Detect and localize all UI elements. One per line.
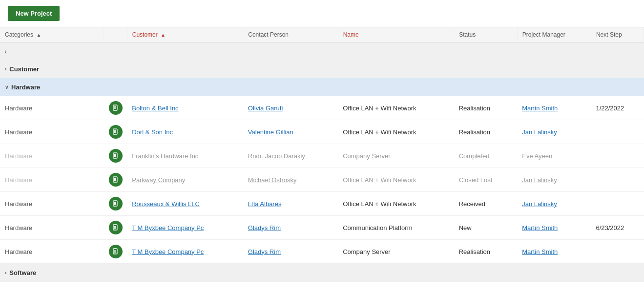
collapsed1-chevron-icon[interactable]: ›	[5, 49, 6, 54]
col-header-nextstep[interactable]: Next Step	[591, 27, 644, 42]
cell-customer[interactable]: T M Byxbee Company Pc	[127, 240, 243, 264]
cell-category: Hardware	[0, 120, 104, 144]
table-header-row: Categories ▲ Customer ▲ Contact Person N…	[0, 27, 644, 42]
cell-category: Hardware	[0, 192, 104, 216]
cell-status: Closed Lost	[454, 168, 518, 192]
doc-icon	[109, 125, 123, 139]
cell-category: Hardware	[0, 96, 104, 120]
customer-chevron-icon: ›	[5, 66, 6, 72]
cell-icon	[104, 168, 127, 192]
cell-manager[interactable]: Martin Smith	[517, 216, 591, 240]
cell-category: Hardware	[0, 144, 104, 168]
main-table: Categories ▲ Customer ▲ Contact Person N…	[0, 27, 644, 282]
group-label-hardware: ∨Hardware	[0, 78, 644, 96]
cell-name: Company Server	[338, 240, 454, 264]
col-header-manager[interactable]: Project Manager	[517, 27, 591, 42]
table-row: HardwareFranklin's Hardware IncRndr. Jac…	[0, 144, 644, 168]
cell-contact[interactable]: Michael Ostrosky	[243, 168, 338, 192]
top-bar: New Project	[0, 0, 644, 27]
cell-icon	[104, 240, 127, 264]
table-row: HardwareParkway CompanyMichael OstroskyO…	[0, 168, 644, 192]
cell-name: Office LAN + Wifi Network	[338, 120, 454, 144]
group-label-text-customer: Customer	[9, 65, 39, 73]
cell-customer[interactable]: Bolton & Bell Inc	[127, 96, 243, 120]
table-body: ››Customer∨HardwareHardwareBolton & Bell…	[0, 42, 644, 282]
cell-name: Company Server	[338, 144, 454, 168]
group-label-customer: ›Customer	[0, 60, 644, 78]
cell-icon	[104, 120, 127, 144]
cell-contact[interactable]: Gladys Rim	[243, 216, 338, 240]
doc-icon	[109, 173, 123, 187]
col-header-customer[interactable]: Customer ▲	[127, 27, 243, 42]
group-row-customer[interactable]: ›Customer	[0, 60, 644, 78]
cell-name: Office LAN + Wifi Network	[338, 192, 454, 216]
cell-customer[interactable]: Rousseaux & Willis LLC	[127, 192, 243, 216]
cell-customer[interactable]: T M Byxbee Company Pc	[127, 216, 243, 240]
cell-status: Completed	[454, 144, 518, 168]
cell-category: Hardware	[0, 240, 104, 264]
doc-icon	[109, 101, 123, 115]
software-chevron-icon: ›	[5, 270, 6, 275]
group-row-software[interactable]: ›Software	[0, 264, 644, 282]
cell-icon	[104, 96, 127, 120]
table-row: HardwareT M Byxbee Company PcGladys RimC…	[0, 240, 644, 264]
doc-icon	[109, 245, 123, 258]
cell-customer[interactable]: Parkway Company	[127, 168, 243, 192]
cell-customer[interactable]: Dorl & Son Inc	[127, 120, 243, 144]
cell-status: New	[454, 216, 518, 240]
group-label-collapsed1: ›	[0, 42, 644, 60]
cell-status: Realisation	[454, 120, 518, 144]
cell-name: Office LAN + Wifi Network	[338, 96, 454, 120]
col-header-icon	[104, 27, 127, 42]
cell-icon	[104, 216, 127, 240]
cell-nextstep	[591, 144, 644, 168]
cell-name: Communication Platform	[338, 216, 454, 240]
cell-nextstep	[591, 120, 644, 144]
cell-contact[interactable]: Valentine Gillian	[243, 120, 338, 144]
cell-nextstep	[591, 192, 644, 216]
new-project-button[interactable]: New Project	[8, 6, 60, 21]
customer-sort-arrow: ▲	[161, 32, 166, 38]
doc-icon	[109, 221, 123, 234]
cell-contact[interactable]: Rndr. Jacob Darakiy	[243, 144, 338, 168]
cell-manager[interactable]: Jan Lalinsky	[517, 168, 591, 192]
doc-icon	[109, 197, 123, 211]
cell-category: Hardware	[0, 216, 104, 240]
col-header-categories[interactable]: Categories ▲	[0, 27, 104, 42]
group-row-collapsed1[interactable]: ›	[0, 42, 644, 60]
hardware-chevron-icon: ∨	[5, 84, 8, 90]
cell-manager[interactable]: Eve Ayeen	[517, 144, 591, 168]
group-label-text-hardware: Hardware	[11, 84, 40, 91]
cell-nextstep: 1/22/2022	[591, 96, 644, 120]
cell-status: Received	[454, 192, 518, 216]
cell-icon	[104, 144, 127, 168]
cell-icon	[104, 192, 127, 216]
cell-status: Realisation	[454, 96, 518, 120]
cell-nextstep	[591, 168, 644, 192]
col-header-name[interactable]: Name	[338, 27, 454, 42]
cell-contact[interactable]: Olivia Garufi	[243, 96, 338, 120]
cell-manager[interactable]: Martin Smith	[517, 240, 591, 264]
group-label-text-software: Software	[9, 269, 36, 276]
cell-nextstep: 6/23/2022	[591, 216, 644, 240]
cell-nextstep	[591, 240, 644, 264]
cell-contact[interactable]: Gladys Rim	[243, 240, 338, 264]
table-row: HardwareT M Byxbee Company PcGladys RimC…	[0, 216, 644, 240]
doc-icon	[109, 149, 123, 163]
cell-contact[interactable]: Ella Albares	[243, 192, 338, 216]
cell-category: Hardware	[0, 168, 104, 192]
group-label-software: ›Software	[0, 264, 644, 282]
categories-sort-arrow: ▲	[36, 32, 41, 38]
table-row: HardwareDorl & Son IncValentine GillianO…	[0, 120, 644, 144]
cell-status: Realisation	[454, 240, 518, 264]
cell-manager[interactable]: Martin Smith	[517, 96, 591, 120]
table-row: HardwareBolton & Bell IncOlivia GarufiOf…	[0, 96, 644, 120]
cell-customer[interactable]: Franklin's Hardware Inc	[127, 144, 243, 168]
group-row-hardware[interactable]: ∨Hardware	[0, 78, 644, 96]
cell-manager[interactable]: Jan Lalinsky	[517, 192, 591, 216]
col-header-contact[interactable]: Contact Person	[243, 27, 338, 42]
table-row: HardwareRousseaux & Willis LLCElla Albar…	[0, 192, 644, 216]
col-header-status[interactable]: Status	[454, 27, 518, 42]
cell-name: Office LAN + Wifi Network	[338, 168, 454, 192]
cell-manager[interactable]: Jan Lalinsky	[517, 120, 591, 144]
